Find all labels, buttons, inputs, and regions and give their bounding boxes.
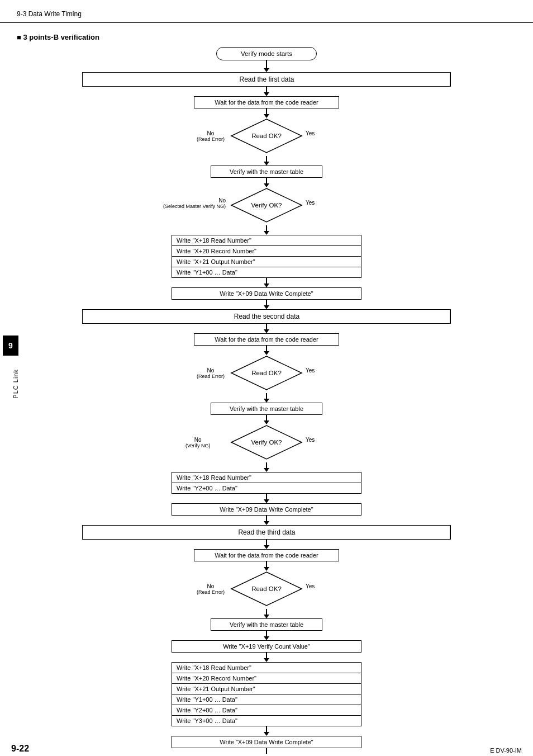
verify-master-2: Verify with the master table [211,403,322,415]
verify-master-3: Verify with the master table [211,618,322,631]
write-x19: Write "X+19 Verify Count Value" [172,640,361,653]
wait3-node: Wait for the data from the code reader [194,549,339,561]
start-node: Verify mode starts [216,47,317,60]
svg-text:Read OK?: Read OK? [251,585,282,592]
write-group-2: Write "X+18 Read Number" Write "Y2+00 … … [172,472,361,494]
svg-text:Verify OK?: Verify OK? [251,439,282,446]
verify-master-1: Verify with the master table [211,166,322,178]
write-complete-2: Write "X+09 Data Write Complete" [172,503,361,516]
flow-col: Verify mode starts Read the first data W… [71,47,462,754]
verify-ok-diamond-2: Verify OK? [230,424,303,461]
write-complete-1: Write "X+09 Data Write Complete" [172,287,361,300]
doc-code: E DV-90-IM [490,747,522,754]
read-ok-diamond-3: Read OK? [230,571,303,607]
svg-text:Read OK?: Read OK? [251,370,282,376]
read-ok-diamond-2: Read OK? [230,355,303,391]
read3-box: Read the third data [82,525,451,540]
read2-box: Read the second data [82,309,451,324]
wait2-node: Wait for the data from the code reader [194,333,339,346]
write-group-1: Write "X+18 Read Number" Write "X+20 Rec… [172,235,361,278]
tab-number: 9 [3,336,18,356]
read1-box: Read the first data [82,72,451,87]
page-number: 9-22 [11,744,29,754]
page-header: 9-3 Data Write Timing [0,0,533,23]
plc-link-label: PLC Link [12,369,19,399]
page-footer: 9-22 E DV-90-IM [0,744,533,754]
flowchart-wrapper: Verify mode starts Read the first data W… [0,47,533,756]
read-ok-diamond-1: Read OK? [230,118,303,154]
section-title: 3 points-B verification [0,23,533,47]
svg-text:Read OK?: Read OK? [251,133,282,139]
verify-ok-diamond-1: Verify OK? [230,187,303,224]
svg-text:Verify OK?: Verify OK? [251,202,282,209]
wait1-node: Wait for the data from the code reader [194,96,339,108]
write-group-3: Write "X+18 Read Number" Write "X+20 Rec… [172,662,361,726]
header-section: 9-3 Data Write Timing [17,10,82,18]
